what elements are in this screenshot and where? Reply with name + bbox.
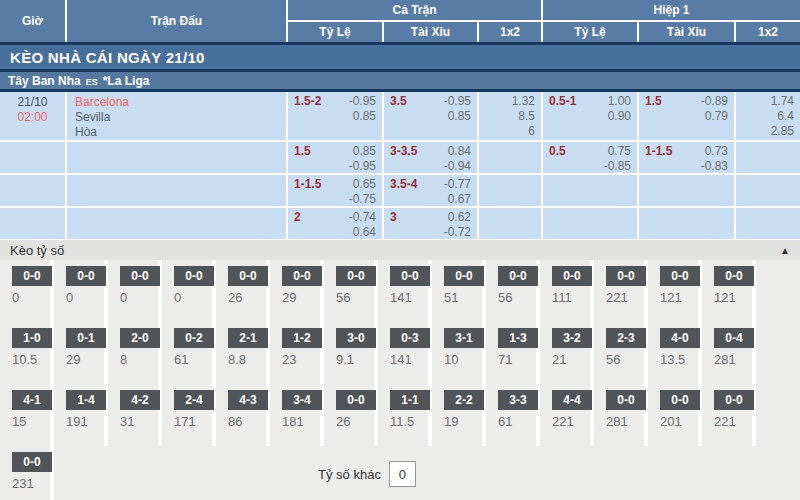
score-button[interactable]: 1-3 — [498, 328, 538, 348]
score-button[interactable]: 4-3 — [228, 390, 268, 410]
handicap-value: 1-1.5 — [645, 144, 672, 173]
score-odds-value: 29 — [282, 290, 320, 305]
score-button[interactable]: 3-0 — [336, 328, 376, 348]
score-button[interactable]: 0-0 — [660, 390, 700, 410]
score-button[interactable]: 0-0 — [390, 266, 430, 286]
score-odds-value: 221 — [714, 414, 752, 429]
score-button[interactable]: 4-0 — [660, 328, 700, 348]
odds-cell[interactable]: 1.5-0.890.79 — [639, 92, 734, 140]
score-button[interactable]: 0-0 — [120, 266, 160, 286]
odds-value: 0.84 — [448, 144, 471, 159]
score-odds-value: 221 — [552, 414, 590, 429]
score-button[interactable]: 0-1 — [66, 328, 106, 348]
odds-1x2-cell[interactable]: 1.746.42.85 — [736, 92, 800, 140]
score-odds-cell: 4-4221 — [540, 384, 590, 446]
score-odds-cell: 0-00 — [108, 260, 158, 322]
score-button[interactable]: 0-0 — [12, 266, 52, 286]
score-button[interactable]: 4-2 — [120, 390, 160, 410]
score-button[interactable]: 2-1 — [228, 328, 268, 348]
odds-value: 2.85 — [771, 124, 794, 139]
odds-cell[interactable]: 0.50.75-0.85 — [543, 142, 637, 173]
score-odds-cell: 4-231 — [108, 384, 158, 446]
odds-values: 0.73-0.83 — [701, 144, 728, 173]
score-section-header: Kèo tỷ số ▲ — [0, 240, 800, 260]
odds-value: 0.85 — [353, 144, 376, 159]
score-button[interactable]: 3-4 — [282, 390, 322, 410]
handicap-value: 3.5-4 — [390, 177, 417, 206]
match-time-cell: 21/1002:00 — [0, 92, 65, 140]
score-button[interactable]: 1-1 — [390, 390, 430, 410]
empty-odds-cell — [479, 175, 541, 206]
score-odds-value: 181 — [282, 414, 320, 429]
score-button[interactable]: 3-1 — [444, 328, 484, 348]
score-button[interactable]: 4-4 — [552, 390, 592, 410]
score-button[interactable]: 0-4 — [714, 328, 754, 348]
odds-value: 8.5 — [518, 109, 535, 124]
score-button[interactable]: 2-0 — [120, 328, 160, 348]
score-button[interactable]: 0-0 — [498, 266, 538, 286]
score-odds-cell: 3-221 — [540, 322, 590, 384]
score-button[interactable]: 0-0 — [714, 266, 754, 286]
score-odds-cell: 1-010.5 — [0, 322, 50, 384]
odds-values: -0.890.79 — [701, 94, 728, 140]
score-odds-value: 13.5 — [660, 352, 698, 367]
score-button[interactable]: 0-2 — [174, 328, 214, 348]
odds-cell[interactable]: 1.50.85-0.95 — [288, 142, 382, 173]
score-button[interactable]: 0-3 — [390, 328, 430, 348]
score-button[interactable]: 0-0 — [336, 390, 376, 410]
empty-odds-cell — [736, 208, 800, 239]
score-button[interactable]: 0-0 — [606, 266, 646, 286]
match-time-cell — [0, 142, 65, 173]
score-button[interactable]: 0-0 — [174, 266, 214, 286]
score-button[interactable]: 1-2 — [282, 328, 322, 348]
handicap-value: 0.5-1 — [549, 94, 576, 140]
score-button[interactable]: 1-4 — [66, 390, 106, 410]
empty-odds-cell — [543, 208, 637, 239]
score-odds-value: 221 — [606, 290, 644, 305]
score-button[interactable]: 0-0 — [444, 266, 484, 286]
odds-values: -0.740.64 — [349, 210, 376, 239]
score-button[interactable]: 0-0 — [282, 266, 322, 286]
score-button[interactable]: 0-0 — [336, 266, 376, 286]
score-button[interactable]: 0-0 — [12, 452, 52, 472]
handicap-value: 1.5 — [645, 94, 662, 140]
odds-value: 0.73 — [705, 144, 728, 159]
score-button[interactable]: 0-0 — [660, 266, 700, 286]
collapse-arrow-icon[interactable]: ▲ — [780, 245, 790, 256]
odds-cell[interactable]: 1-1.50.73-0.83 — [639, 142, 734, 173]
score-button[interactable]: 0-0 — [714, 390, 754, 410]
odds-values: 0.75-0.85 — [604, 144, 631, 173]
match-teams-cell[interactable]: BarcelonaSevillaHòa — [67, 92, 286, 140]
odds-cell[interactable]: 30.62-0.72 — [384, 208, 477, 239]
score-button[interactable]: 3-2 — [552, 328, 592, 348]
score-grid-filler — [756, 384, 800, 446]
odds-cell[interactable]: 0.5-11.000.90 — [543, 92, 637, 140]
score-button[interactable]: 0-0 — [66, 266, 106, 286]
score-button[interactable]: 2-3 — [606, 328, 646, 348]
score-odds-value: 61 — [498, 414, 536, 429]
score-button[interactable]: 0-0 — [552, 266, 592, 286]
score-button[interactable]: 0-0 — [228, 266, 268, 286]
score-button[interactable]: 3-3 — [498, 390, 538, 410]
match-teams-cell — [67, 208, 286, 239]
score-odds-cell: 0-0111 — [540, 260, 590, 322]
score-button[interactable]: 2-2 — [444, 390, 484, 410]
odds-cell[interactable]: 1-1.50.65-0.75 — [288, 175, 382, 206]
score-odds-cell: 0-261 — [162, 322, 212, 384]
odds-value: -0.89 — [701, 94, 728, 109]
odds-1x2-cell[interactable]: 1.328.56 — [479, 92, 541, 140]
score-button[interactable]: 2-4 — [174, 390, 214, 410]
odds-cell[interactable]: 3.5-0.950.85 — [384, 92, 477, 140]
score-button[interactable]: 1-0 — [12, 328, 52, 348]
score-odds-cell: 2-18.8 — [216, 322, 266, 384]
score-odds-cell: 1-223 — [270, 322, 320, 384]
other-score-input[interactable]: 0 — [389, 461, 416, 487]
odds-cell[interactable]: 3.5-4-0.770.67 — [384, 175, 477, 206]
league-bar[interactable]: Tây Ban Nha es *La Liga — [0, 72, 800, 89]
score-button[interactable]: 4-1 — [12, 390, 52, 410]
score-button[interactable]: 0-0 — [606, 390, 646, 410]
odds-cell[interactable]: 1.5-2-0.950.85 — [288, 92, 382, 140]
odds-cell[interactable]: 2-0.740.64 — [288, 208, 382, 239]
empty-odds-cell — [479, 208, 541, 239]
odds-cell[interactable]: 3-3.50.84-0.94 — [384, 142, 477, 173]
